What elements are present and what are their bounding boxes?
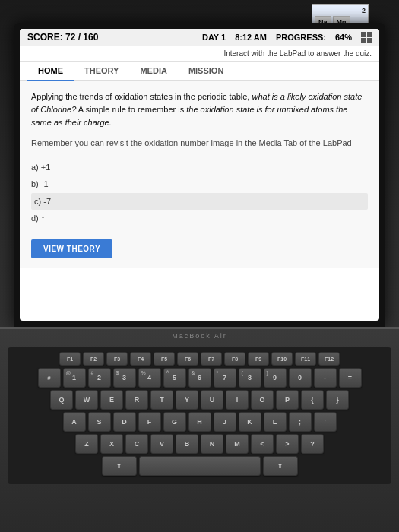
key-8[interactable]: (8 [239, 368, 261, 388]
key-f4[interactable]: F4 [130, 352, 151, 366]
key-f12[interactable]: F12 [318, 352, 340, 366]
time-display: 8:12 AM [235, 33, 267, 42]
key-x[interactable]: X [100, 434, 123, 454]
key-9[interactable]: )9 [264, 368, 287, 388]
tab-home[interactable]: HOME [27, 62, 74, 81]
key-1[interactable]: @1 [63, 368, 86, 388]
option-d[interactable]: d) ↑ [31, 210, 368, 227]
key-n[interactable]: N [201, 434, 223, 454]
key-tilde[interactable]: # [38, 368, 61, 388]
key-6[interactable]: &6 [188, 368, 211, 388]
key-u[interactable]: U [201, 390, 223, 410]
key-slash[interactable]: ? [301, 434, 324, 454]
key-f8[interactable]: F8 [224, 352, 245, 366]
key-quote[interactable]: ' [314, 412, 337, 432]
score-label-text: SCORE: [27, 32, 63, 43]
score-display: SCORE: 72 / 160 [27, 32, 98, 43]
key-q[interactable]: Q [50, 390, 73, 410]
keyboard-area: MacBook Air F1 F2 F3 F4 F5 F6 F7 F8 F9 F… [0, 327, 399, 532]
key-f11[interactable]: F11 [295, 352, 316, 366]
tab-media[interactable]: MEDIA [129, 62, 177, 81]
key-7[interactable]: *7 [214, 368, 236, 388]
key-k[interactable]: K [239, 412, 261, 432]
option-c[interactable]: c) -7 [31, 193, 368, 211]
asdf-row: A S D F G H J K L ; ' [11, 412, 388, 432]
zxcv-row: Z X C V B N M < > ? [11, 434, 388, 454]
progress-icon [361, 32, 372, 43]
key-i[interactable]: I [226, 390, 249, 410]
day-label: DAY 1 [202, 33, 226, 42]
key-semicolon[interactable]: ; [289, 412, 312, 432]
key-d[interactable]: D [113, 412, 136, 432]
key-comma[interactable]: < [251, 434, 274, 454]
key-y[interactable]: Y [176, 390, 198, 410]
view-theory-button[interactable]: VIEW THEORY [31, 239, 112, 258]
progress-value: 64% [335, 33, 352, 42]
key-v[interactable]: V [150, 434, 173, 454]
key-f9[interactable]: F9 [248, 352, 269, 366]
progress-label: PROGRESS: [276, 33, 326, 42]
key-j[interactable]: J [214, 412, 236, 432]
qwerty-row: Q W E R T Y U I O P { } [11, 390, 388, 410]
option-a[interactable]: a) +1 [31, 159, 368, 176]
key-f2[interactable]: F2 [83, 352, 104, 366]
content-area: Applying the trends of oxidation states … [20, 81, 379, 268]
instruction-text: Interact with the LabPad to answer the q… [223, 49, 372, 58]
key-lbracket[interactable]: { [301, 390, 324, 410]
key-h[interactable]: H [188, 412, 211, 432]
key-f10[interactable]: F10 [271, 352, 293, 366]
key-5[interactable]: ^5 [163, 368, 186, 388]
space-row: ⇧ ⇧ [11, 456, 388, 476]
key-f6[interactable]: F6 [177, 352, 198, 366]
laptop-body: 2 Na Mg SCORE: 72 / 160 DAY 1 8:12 AM PR… [0, 0, 399, 532]
nav-tabs: HOME THEORY MEDIA MISSION [20, 62, 379, 81]
key-shift-right[interactable]: ⇧ [263, 456, 298, 476]
key-r[interactable]: R [125, 390, 148, 410]
periodic-number: 2 [315, 7, 366, 14]
key-s[interactable]: S [88, 412, 111, 432]
key-p[interactable]: P [276, 390, 299, 410]
question-text: Applying the trends of oxidation states … [31, 90, 368, 129]
key-rbracket[interactable]: } [326, 390, 349, 410]
hint-text: Remember you can revisit the oxidation n… [31, 137, 368, 150]
keyboard: F1 F2 F3 F4 F5 F6 F7 F8 F9 F10 F11 F12 #… [8, 347, 391, 484]
key-period[interactable]: > [276, 434, 299, 454]
key-o[interactable]: O [251, 390, 274, 410]
key-g[interactable]: G [163, 412, 186, 432]
key-minus[interactable]: - [314, 368, 337, 388]
answer-options: a) +1 b) -1 c) -7 d) ↑ [31, 159, 368, 227]
key-0[interactable]: 0 [289, 368, 312, 388]
screen-bezel: SCORE: 72 / 160 DAY 1 8:12 AM PROGRESS: … [14, 23, 385, 327]
key-t[interactable]: T [150, 390, 173, 410]
instruction-bar: Interact with the LabPad to answer the q… [20, 46, 379, 62]
key-m[interactable]: M [226, 434, 249, 454]
key-space[interactable] [139, 456, 261, 476]
key-equals[interactable]: = [339, 368, 362, 388]
key-c[interactable]: C [125, 434, 148, 454]
screen: SCORE: 72 / 160 DAY 1 8:12 AM PROGRESS: … [20, 29, 379, 321]
key-shift-left[interactable]: ⇧ [102, 456, 137, 476]
key-z[interactable]: Z [75, 434, 98, 454]
key-w[interactable]: W [75, 390, 98, 410]
tab-theory[interactable]: THEORY [74, 62, 129, 81]
fn-key-row: F1 F2 F3 F4 F5 F6 F7 F8 F9 F10 F11 F12 [11, 352, 388, 366]
tab-mission[interactable]: MISSION [178, 62, 234, 81]
key-a[interactable]: A [63, 412, 86, 432]
key-3[interactable]: $3 [113, 368, 136, 388]
key-b[interactable]: B [176, 434, 198, 454]
key-f1[interactable]: F1 [59, 352, 81, 366]
key-f3[interactable]: F3 [106, 352, 128, 366]
key-f[interactable]: F [138, 412, 161, 432]
number-key-row: # @1 #2 $3 %4 ^5 &6 *7 (8 )9 0 - = [11, 368, 388, 388]
key-f7[interactable]: F7 [201, 352, 222, 366]
key-e[interactable]: E [100, 390, 123, 410]
key-2[interactable]: #2 [88, 368, 111, 388]
brand-label: MacBook Air [0, 329, 399, 341]
key-l[interactable]: L [264, 412, 287, 432]
status-bar: SCORE: 72 / 160 DAY 1 8:12 AM PROGRESS: … [20, 29, 379, 46]
status-right: DAY 1 8:12 AM PROGRESS: 64% [202, 32, 372, 43]
option-b[interactable]: b) -1 [31, 176, 368, 193]
key-f5[interactable]: F5 [154, 352, 175, 366]
score-value: 72 / 160 [65, 32, 98, 43]
key-4[interactable]: %4 [138, 368, 161, 388]
